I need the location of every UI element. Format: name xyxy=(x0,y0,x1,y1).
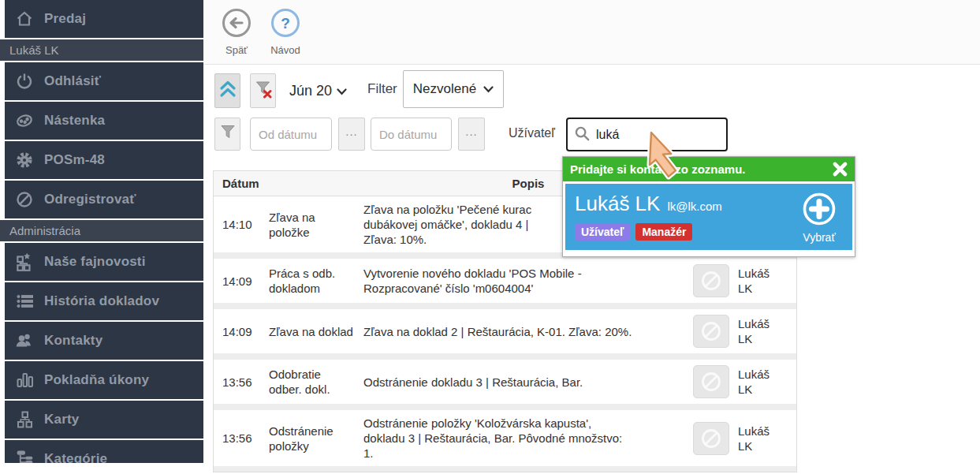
help-icon: ? xyxy=(270,7,301,42)
filter-select[interactable]: Nezvolené xyxy=(403,70,504,108)
ban-action-button[interactable] xyxy=(693,422,729,455)
row-user: Lukáš LK xyxy=(738,424,796,453)
back-label: Späť xyxy=(225,44,248,56)
row-type: Odstránenie položky xyxy=(269,424,363,453)
sidebar-item-label: Naše fajnovosti xyxy=(44,254,146,270)
row-time: 14:09 xyxy=(214,274,269,288)
collapse-filters-button[interactable] xyxy=(214,73,240,108)
help-label: Návod xyxy=(270,44,300,56)
row-time: 13:56 xyxy=(214,375,269,389)
sidebar-item-historia-dokladov[interactable]: História dokladov xyxy=(5,282,203,320)
sidebar-section-label: Lukáš LK xyxy=(9,43,59,57)
sidebar-section-administracia: Administrácia xyxy=(0,220,203,241)
row-description: Odstránenie dokladu 3 | Reštaurácia, Bar… xyxy=(363,375,693,390)
column-header-datum: Dátum xyxy=(214,177,269,190)
chevron-down-icon xyxy=(483,81,494,97)
sidebar-item-label: Odhlásiť xyxy=(44,73,101,89)
role-badge-manazer: Manažér xyxy=(635,223,692,241)
sidebar-item-odregistrovat[interactable]: Odregistrovať xyxy=(5,181,203,218)
sidebar-section-label: Administrácia xyxy=(9,224,80,237)
ban-action-button[interactable] xyxy=(693,315,729,348)
sidebar-item-label: História dokladov xyxy=(44,293,159,309)
plus-circle-icon xyxy=(801,191,837,230)
power-icon xyxy=(5,72,44,91)
org-chart-icon xyxy=(5,410,44,429)
sidebar-item-label: POSm-48 xyxy=(44,152,105,168)
sidebar-item-label: Kontakty xyxy=(44,333,102,349)
table-row[interactable]: 14:09 Práca s odb. dokladom Vytvorenie n… xyxy=(214,259,796,303)
row-type: Odobratie odber. dokl. xyxy=(269,367,363,397)
contact-card[interactable]: Lukáš LK lk@lk.com Užívateľ Manažér Vybr… xyxy=(565,184,852,250)
tree-icon xyxy=(5,449,44,463)
table-row[interactable]: 13:56 Odobratie odber. dokl. Odstránenie… xyxy=(214,360,796,404)
row-description: Zľava na doklad 2 | Reštaurácia, K-01. Z… xyxy=(363,324,693,339)
month-select-value: Jún 20 xyxy=(289,83,332,99)
funnel-clear-icon xyxy=(254,80,273,102)
row-time: 14:09 xyxy=(214,325,269,338)
date-from-input[interactable] xyxy=(250,118,332,151)
ban-action-button[interactable] xyxy=(693,264,729,297)
list-icon xyxy=(5,292,44,311)
users-icon xyxy=(5,331,44,350)
sidebar-item-odhlasit[interactable]: Odhlásiť xyxy=(5,62,203,100)
popup-header-text: Pridajte si kontakt zo zoznamu. xyxy=(570,162,833,176)
row-user: Lukáš LK xyxy=(738,367,796,397)
date-to-input[interactable] xyxy=(371,118,452,151)
chevron-down-icon xyxy=(337,83,347,99)
sidebar-item-label: Predaj xyxy=(44,11,86,27)
clear-filter-button[interactable] xyxy=(250,73,276,108)
funnel-icon xyxy=(218,123,237,145)
select-contact-button[interactable]: Vybrať xyxy=(796,191,842,244)
table-row[interactable]: 14:09 Zľava na doklad Zľava na doklad 2 … xyxy=(214,309,796,353)
sidebar-item-kategorie[interactable]: Kategórie xyxy=(5,440,203,463)
popup-footer xyxy=(563,252,855,256)
sidebar-item-nase-fajnovosti[interactable]: Naše fajnovosti xyxy=(5,243,203,281)
close-icon[interactable] xyxy=(833,162,848,177)
row-time: 14:10 xyxy=(214,218,269,231)
sidebar-item-predaj[interactable]: Predaj xyxy=(5,0,203,38)
double-chevron-up-icon xyxy=(218,79,237,103)
row-time: 13:56 xyxy=(214,431,269,445)
favorites-icon xyxy=(5,252,44,272)
sidebar-item-label: Nástenka xyxy=(44,113,105,129)
sidebar-item-label: Karty xyxy=(44,412,79,427)
select-contact-label: Vybrať xyxy=(803,231,835,244)
role-badge-uzivatel: Užívateľ xyxy=(575,223,630,241)
sidebar-item-posm48[interactable]: POSm-48 xyxy=(5,141,203,179)
sidebar-item-karty[interactable]: Karty xyxy=(5,401,203,439)
sidebar-item-kontakty[interactable]: Kontakty xyxy=(5,322,203,360)
row-description: Odstránenie položky 'Koložvárska kapusta… xyxy=(363,416,693,461)
home-icon xyxy=(5,9,44,28)
apply-filter-button[interactable] xyxy=(214,118,240,151)
contact-suggestion-popup: Pridajte si kontakt zo zoznamu. Lukáš LK… xyxy=(562,156,855,257)
search-icon xyxy=(574,125,590,144)
user-search-input[interactable] xyxy=(596,128,720,142)
row-type: Zľava na položke xyxy=(269,210,363,240)
sidebar-item-pokladna-ukony[interactable]: Pokladňa úkony xyxy=(5,361,203,399)
contact-email: lk@lk.com xyxy=(667,200,721,213)
sidebar-item-label: Pokladňa úkony xyxy=(44,372,149,388)
user-label: Užívateľ xyxy=(509,126,555,140)
date-to-picker-button[interactable]: ... xyxy=(458,118,485,151)
sidebar-item-nastenka[interactable]: Nástenka xyxy=(5,102,203,140)
top-toolbar: Späť ? Návod xyxy=(203,0,980,65)
row-type: Práca s odb. dokladom xyxy=(269,266,363,296)
help-button[interactable]: ? Návod xyxy=(260,7,311,56)
ban-icon xyxy=(5,190,44,209)
ban-action-button[interactable] xyxy=(693,365,729,398)
sidebar-item-label: Kategórie xyxy=(44,451,107,463)
row-description: Vytvorenie nového dokladu 'POS Mobile - … xyxy=(363,266,693,296)
back-button[interactable]: Späť xyxy=(211,7,262,56)
user-search-box xyxy=(566,118,728,151)
ellipsis-label: ... xyxy=(345,125,358,138)
sidebar: Predaj Lukáš LK Odhlásiť Nástenka POSm-4… xyxy=(0,0,203,463)
sidebar-item-label: Odregistrovať xyxy=(44,192,136,207)
table-row[interactable]: 13:56 Odstránenie položky Odstránenie po… xyxy=(214,410,796,466)
month-select[interactable]: Jún 20 xyxy=(289,73,352,108)
popup-header: Pridajte si kontakt zo zoznamu. xyxy=(563,157,855,181)
filter-select-value: Nezvolené xyxy=(413,81,476,97)
row-type: Zľava na doklad xyxy=(269,324,363,339)
dashboard-icon xyxy=(5,111,44,130)
date-from-picker-button[interactable]: ... xyxy=(338,118,365,151)
back-icon xyxy=(221,7,252,42)
